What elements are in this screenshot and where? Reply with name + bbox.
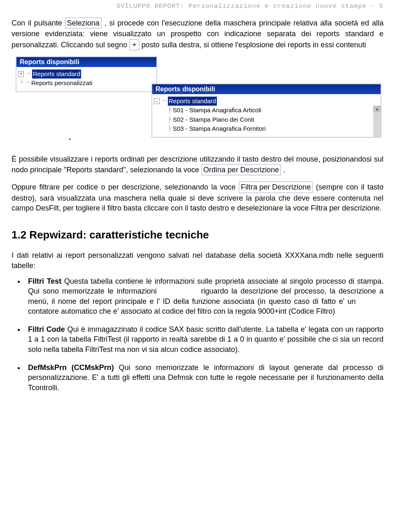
list-item-filtri-test: Filtri Test Questa tabella contiene le i… xyxy=(25,276,383,316)
seleziona-button-label: Seleziona xyxy=(65,17,102,29)
tree-row: – ─ Reports standard xyxy=(154,97,379,106)
header-page-number: 5 xyxy=(379,2,383,10)
plus-mark: + xyxy=(129,39,139,51)
scrollbar[interactable]: ▴ xyxy=(373,106,381,137)
tree-row: ├ S01 - Stampa Anagrafica Articoli xyxy=(154,106,379,115)
tree-node-standard[interactable]: Reports standard xyxy=(168,97,217,106)
tree-leaf-s02[interactable]: S02 - Stampa Piano dei Conti xyxy=(173,115,254,125)
filtra-per-descrizione-label: Filtra per Descrizione xyxy=(239,181,313,193)
header-title: SVILUPPO REPORT: Personalizzazione e cre… xyxy=(116,2,367,10)
list-item-defmskprn: DefMskPrn (CCMskPrn) Qui sono memorizzat… xyxy=(25,363,383,393)
table-name: Filtri Code xyxy=(28,325,65,333)
tree-body: + ─ Reports standard └ ─ Reports persona… xyxy=(16,67,156,91)
collapse-icon[interactable]: – xyxy=(154,98,160,104)
ordina-per-descrizione-label: Ordina per Descrizione xyxy=(201,164,281,176)
page: SVILUPPO REPORT: Personalizzazione e cre… xyxy=(0,0,395,412)
tree-row: └ ─ Reports personalizzati xyxy=(18,79,155,88)
titlebar: Reports disponibili xyxy=(152,84,381,94)
tree-body: ▴ – ─ Reports standard ├ S01 - Stampa An… xyxy=(152,94,381,137)
tree-node-standard[interactable]: Reports standard xyxy=(32,69,81,79)
reports-window-collapsed: Reports disponibili + ─ Reports standard… xyxy=(16,56,157,92)
section-heading: 1.2 Repwizard: caratteristiche tecniche xyxy=(12,229,383,241)
reports-window-expanded: Reports disponibili ▴ – ─ Reports standa… xyxy=(151,83,381,138)
tree-row: ├ S02 - Stampa Piano dei Conti xyxy=(154,115,379,125)
tree-node-personalizzati[interactable]: Reports personalizzati xyxy=(31,79,92,88)
paragraph-filtra: Oppure filtrare per codice o per descriz… xyxy=(12,181,383,213)
scroll-up-arrow[interactable]: ▴ xyxy=(373,106,381,112)
table-name: Filtri Test xyxy=(28,277,61,285)
tables-list: Filtri Test Questa tabella contiene le i… xyxy=(25,276,383,393)
paragraph-tables-intro: I dati relativi ai report personalizzati… xyxy=(12,250,383,271)
screenshots-area: Reports disponibili + ─ Reports standard… xyxy=(12,56,383,139)
table-name: DefMskPrn (CCMskPrn) xyxy=(28,363,114,372)
list-item-filtri-code: Filtri Code Qui è immagazzinato il codic… xyxy=(25,324,383,354)
tree-row: + ─ Reports standard xyxy=(18,69,155,79)
tree-row: ├ S03 - Stampa Anagrafica Fornitori xyxy=(154,124,379,134)
paragraph-intro: Con il pulsante Seleziona , si procede c… xyxy=(12,17,383,51)
titlebar: Reports disponibili xyxy=(16,57,156,67)
tree-leaf-s01[interactable]: S01 - Stampa Anagrafica Articoli xyxy=(173,106,261,115)
expand-icon[interactable]: + xyxy=(18,71,24,77)
dot-text: . xyxy=(68,130,72,143)
page-header: SVILUPPO REPORT: Personalizzazione e cre… xyxy=(12,0,383,17)
paragraph-ordina: È possibile visualizzare i reports ordin… xyxy=(12,154,383,176)
tree-leaf-s03[interactable]: S03 - Stampa Anagrafica Fornitori xyxy=(173,124,266,134)
